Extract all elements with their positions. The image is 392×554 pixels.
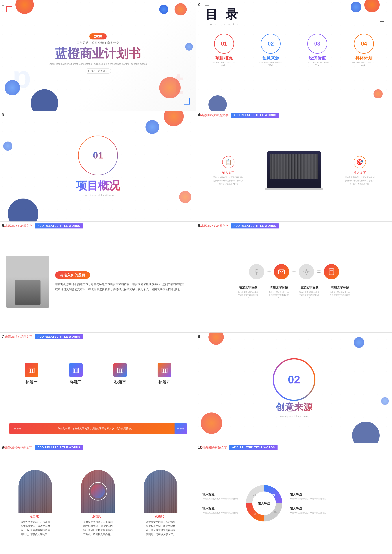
main-title: 蓝橙商业计划书: [0, 47, 196, 60]
building-icon-3: [117, 367, 124, 373]
slide4-header-bar: 4击添加相关标题文字 ADD RELATED TITLE WORDS: [196, 111, 392, 119]
menu-num-4: 04: [361, 41, 367, 47]
building-icon-2: [72, 367, 79, 373]
chapter8-title: 创意来源: [273, 401, 315, 413]
chapter-sub: Lorem ipsum dolor sit amet: [76, 194, 120, 197]
slide-10: 10添加相关标题文字 ADD RELATED TITLE WORDS 输入标题 …: [196, 443, 392, 554]
slide7-header-bar: 7击添加相关标题文字 ADD RELATED TITLE WORDS: [0, 333, 196, 341]
menu-circles-row: 01 项目概况 LOREM IPSUM DOLOR SIT AMET 02 创意…: [196, 34, 392, 66]
slide-6: 6击添加相关标题文字 ADD RELATED TITLE WORDS +: [196, 222, 392, 332]
slide-num-10: 10: [198, 445, 203, 450]
slide4-right-block: 🎯 输入文字 请键入文字内容，也可以直接复制您的内容到此制定的内容，修改文字内容…: [344, 156, 375, 185]
icon-sq-1: [25, 363, 38, 377]
slide4-right-desc: 请键入文字内容，也可以直接复制您的内容到此制定的内容，修改文字内容，修改文字内容: [344, 176, 375, 185]
pic-click-3: 点击此...: [155, 514, 167, 518]
slide10-click-label: 10添加相关标题文字: [199, 445, 227, 450]
page-grid: 2030 工作总结 | 公司介绍 | 商务计划 蓝橙商业计划书 Lorem ip…: [0, 0, 392, 554]
plus-1: +: [267, 268, 271, 275]
item-sub-3: 选击文文字来添加比文本单选击文文字来添加此文本: [299, 291, 320, 299]
menu-item-3: 03 经济价值 LOREM IPSUM DOLOR SIT AMET: [305, 34, 329, 66]
slide-7: 7击添加相关标题文字 ADD RELATED TITLE WORDS 标题一: [0, 332, 196, 443]
slide-num-5: 5: [2, 223, 4, 228]
slide9-item-3: 点击此... 请替换文字内容，点击添加相关标题文字，修改文字内容，也可以直接复制…: [132, 470, 190, 537]
menu-sub-1: LOREM IPSUM DOLOR SIT AMET: [212, 62, 236, 66]
label-title-tl: 输入标题: [202, 492, 238, 496]
deco-blob-3: [201, 413, 222, 434]
label-row: 填加文字标题 选击文文字来添加比文本单选击文文字来添加此文本 填加文字标题 选击…: [238, 286, 350, 299]
svg-rect-10: [74, 369, 75, 371]
slide-1: 2030 工作总结 | 公司介绍 | 商务计划 蓝橙商业计划书 Lorem ip…: [0, 0, 196, 111]
slide4-right-icon: 🎯: [354, 156, 366, 168]
pie-label-text: 输入标题: [258, 501, 270, 505]
slide5-click-label: 5击添加相关标题文字: [3, 224, 32, 228]
slide10-left-labels: 输入标题 单击添加主题描述文字单击添加主题描述 输入标题 单击添加主题描述文字单…: [202, 492, 238, 514]
dot-2: [17, 428, 19, 429]
menu-label-1: 项目概况: [216, 55, 233, 61]
slide9-badge: ADD RELATED TITLE WORDS: [35, 445, 83, 450]
slide10-content: 输入标题 单击添加主题描述文字单击添加主题描述 输入标题 单击添加主题描述文字单…: [196, 453, 392, 554]
menu-label-2: 创意来源: [262, 55, 279, 61]
slide4-left-input: 输入文字: [213, 171, 244, 175]
slide-num-1: 1: [2, 2, 4, 7]
formula-icon-4: [324, 264, 339, 279]
slide5-text-block: 请输入你的题目 请在此处添加详细描述文本，尽量与标题文本语言风格相符合，请言描述…: [55, 271, 190, 292]
slide5-photo: [6, 256, 49, 308]
slide4-left-desc: 请键入文字内容，也可以直接复制您的内容到此制定的内容，修改文字内容，修改文字内容: [213, 176, 244, 185]
slide10-header-bar: 10添加相关标题文字 ADD RELATED TITLE WORDS: [196, 443, 392, 452]
item-title-3: 填加文字标题: [299, 286, 320, 290]
svg-rect-22: [163, 371, 164, 373]
menu-sub-4: LOREM IPSUM DOLOR SIT AMET: [352, 62, 376, 66]
pic-overlay-3: [144, 470, 177, 513]
slide10-label-br: 输入标题 单击添加主题描述文字单击添加主题描述: [290, 506, 326, 514]
settings-icon: [303, 268, 310, 275]
deco-blob-3: [159, 5, 168, 14]
formula-icon-3: [299, 264, 314, 279]
bracket-br: [380, 17, 384, 21]
menu-num-1: 01: [221, 41, 227, 47]
menu-item-4: 04 具体计划 LOREM IPSUM DOLOR SIT AMET: [352, 34, 376, 66]
year-badge: 2030: [89, 33, 107, 39]
svg-rect-8: [32, 371, 33, 373]
chapter8-sub: lorem ipsum dolor sit amet: [273, 415, 315, 418]
slide6-item-2: 填加文字标题 选击文文字来添加比文本单选击文文字来添加此文本: [268, 286, 289, 299]
slide7-click-label: 7击添加相关标题文字: [3, 335, 32, 339]
svg-rect-14: [118, 368, 123, 373]
building-icon-4: [161, 367, 168, 373]
item-sub-4: 选击文文字来添加比文本单选击文文字来添加此文本: [329, 291, 350, 299]
equals: =: [317, 268, 321, 275]
deco-blob-3: [373, 89, 383, 98]
slide6-content: + + =: [196, 231, 392, 332]
mail-icon: [278, 268, 285, 275]
slide-8: 02 创意来源 lorem ipsum dolor sit amet 8: [196, 332, 392, 443]
menu-item-1: 01 项目概况 LOREM IPSUM DOLOR SIT AMET: [212, 34, 236, 66]
presenter-box: 汇报人：营务办公: [85, 69, 111, 74]
slide4-laptop-container: [265, 151, 323, 190]
slide5-header-bar: 5击添加相关标题文字 ADD RELATED TITLE WORDS: [0, 222, 196, 230]
slide7-icon-4: 标题四: [158, 363, 171, 385]
slide5-desc: 请在此处添加详细描述文本，尽量与标题文本语言风格相符合，请言描述尽量活泼生动，您…: [55, 282, 190, 292]
slide4-left-icon: 📋: [222, 156, 234, 168]
item-title-2: 填加文字标题: [268, 286, 289, 290]
slide9-item-1: 点击此... 请替换文字内容，点击添加相关标题文字，修改文字内容，也可以直接复制…: [6, 470, 64, 537]
chapter-circle: 01: [78, 136, 118, 175]
bar-left: 单击文本框，单格改文字内容，调整文字颜色和大小，祝你使用愉快。: [9, 423, 175, 434]
svg-rect-16: [121, 369, 122, 371]
label-sub-tl: 单击添加主题描述文字单击添加主题描述: [202, 497, 238, 500]
bar-right: [175, 423, 187, 434]
item-sub-1: 选击文文字来添加比文本单选击文文字来添加此文本: [238, 291, 259, 299]
menu-sub-2: LOREM IPSUM DOLOR SIT AMET: [259, 62, 283, 66]
contents-subtitle: c o n t e n t s: [205, 23, 240, 26]
item-title-4: 填加文字标题: [329, 286, 350, 290]
slide7-icon-3: 标题三: [113, 363, 127, 385]
slide5-topic: 请输入你的题目: [55, 271, 90, 279]
slide9-header-bar: 9击添加相关标题文字 ADD RELATED TITLE WORDS: [0, 443, 196, 452]
slide7-icons-row: 标题一 标题二: [0, 342, 196, 406]
bar-dots-r: [177, 428, 184, 429]
svg-rect-23: [165, 371, 166, 373]
icon-title-3: 标题三: [113, 379, 127, 385]
chapter-content: 01 项目概况 Lorem ipsum dolor sit amet: [76, 136, 120, 197]
menu-circle-1: 01: [214, 34, 234, 54]
slide-4: 4击添加相关标题文字 ADD RELATED TITLE WORDS 📋 输入文…: [196, 111, 392, 222]
svg-rect-13: [77, 371, 77, 373]
label-sub-bl: 单击添加主题描述文字单击添加主题描述: [202, 511, 238, 514]
